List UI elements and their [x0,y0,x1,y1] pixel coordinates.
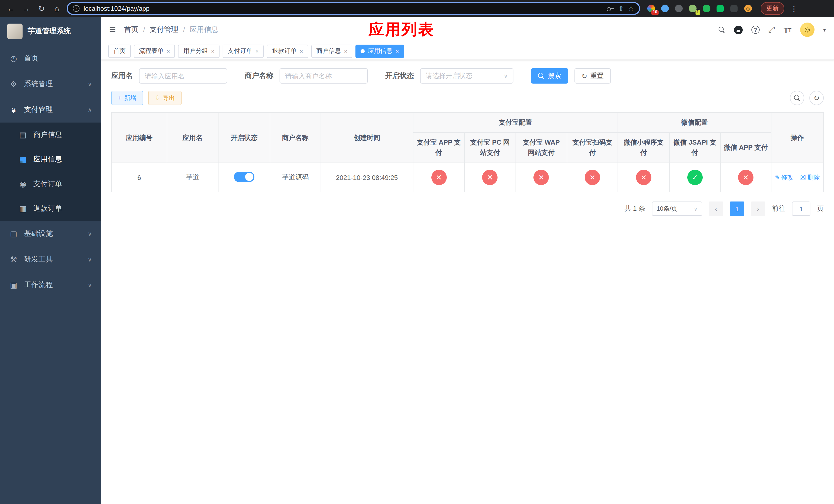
refresh-table-button[interactable]: ↻ [809,91,824,105]
sidebar-item-system[interactable]: ⚙ 系统管理 ∨ [0,71,101,97]
add-button[interactable]: + 新增 [111,91,143,105]
app-name-input[interactable] [139,68,227,84]
tab-home[interactable]: 首页 [108,44,131,58]
avatar-caret-icon[interactable]: ▾ [823,27,826,32]
breadcrumb-separator: / [143,26,145,34]
bookmark-star-icon[interactable]: ☆ [628,5,634,12]
github-icon[interactable] [734,25,743,34]
app-grid-icon: ▦ [19,155,27,164]
col-alipay-app: 支付宝 APP 支付 [413,133,464,163]
reset-button[interactable]: ↻ 重置 [574,68,611,84]
edit-link[interactable]: ✎修改 [775,173,793,182]
extension-colorful-icon[interactable]: 10 [646,4,656,13]
user-avatar[interactable]: ☺ [800,23,814,37]
prev-page-button[interactable]: ‹ [709,202,723,216]
extension-blue-icon[interactable] [660,4,670,13]
next-page-button[interactable]: › [751,202,765,216]
col-app-name: 应用名 [167,113,218,163]
extension-avatar-icon[interactable]: 1 [688,4,697,13]
sidebar-item-dev-tools[interactable]: ⚒ 研发工具 ∨ [0,247,101,272]
status-select[interactable]: 请选择开启状态 ∨ [420,68,513,84]
share-icon[interactable]: ⇧ [618,5,624,12]
show-search-button[interactable] [790,91,804,105]
tab-pay-order[interactable]: 支付订单× [223,44,264,58]
tab-user-group[interactable]: 用户分组× [178,44,220,58]
col-app-id: 应用编号 [112,113,167,163]
tab-merchant-info[interactable]: 商户信息× [311,44,353,58]
close-icon[interactable]: × [211,48,214,54]
sidebar-item-infrastructure[interactable]: ▢ 基础设施 ∨ [0,221,101,247]
breadcrumb-home[interactable]: 首页 [124,25,138,35]
main-area: ≡ 首页 / 支付管理 / 应用信息 应用列表 ? ⤢ TT ☺ ▾ [101,17,834,504]
sidebar-collapse-icon[interactable]: ≡ [109,24,116,36]
fullscreen-icon[interactable]: ⤢ [768,25,775,35]
sidebar-item-pay-order[interactable]: ◉ 支付订单 [0,172,101,197]
back-icon[interactable]: ← [5,3,16,14]
extension-gray-icon[interactable] [674,4,683,13]
alipay-qr-status-icon [585,170,600,185]
cell-wx-jsapi [670,163,720,192]
help-icon[interactable]: ? [751,26,760,34]
page-size-select[interactable]: 10条/页 ∨ [652,202,702,216]
search-icon[interactable] [719,26,725,33]
sidebar-item-app-info[interactable]: ▦ 应用信息 [0,147,101,172]
breadcrumb-separator: / [183,26,185,34]
breadcrumb-pay[interactable]: 支付管理 [150,25,178,35]
workflow-icon: ▣ [9,280,18,290]
reload-icon[interactable]: ↻ [36,3,47,14]
chevron-down-icon: ∨ [88,230,92,237]
extension-badge: 1 [695,9,700,15]
cell-actions: ✎修改 ⌧删除 [771,163,824,192]
cell-wx-lite [618,163,670,192]
goto-page-input[interactable] [792,202,810,216]
sidebar: 芋道管理系统 ◷ 首页 ⚙ 系统管理 ∨ ¥ 支付管理 ∧ ▤ 商户信息 [0,17,101,504]
page-number-1[interactable]: 1 [730,202,744,216]
sidebar-item-merchant-info[interactable]: ▤ 商户信息 [0,122,101,147]
extension-badge: 10 [652,9,659,15]
sidebar-item-workflow[interactable]: ▣ 工作流程 ∨ [0,272,101,298]
forward-icon[interactable]: → [21,3,32,14]
total-count: 共 1 条 [624,204,645,213]
password-key-icon[interactable] [607,6,614,11]
page-info-icon[interactable]: i [73,5,80,12]
close-icon[interactable]: × [300,48,303,54]
sidebar-item-label: 支付订单 [33,180,62,189]
chevron-down-icon: ∨ [88,256,92,263]
merchant-card-icon: ▤ [19,130,27,139]
extension-wechat-devtools-icon[interactable] [716,4,725,13]
chrome-update-button[interactable]: 更新 [761,2,784,15]
close-icon[interactable]: × [395,48,399,54]
close-icon[interactable]: × [167,48,170,54]
col-status: 开启状态 [218,113,270,163]
tab-app-info[interactable]: 应用信息× [355,44,404,58]
tab-process-form[interactable]: 流程表单× [134,44,175,58]
enabled-toggle[interactable] [234,172,255,182]
extension-green-circle-icon[interactable] [702,4,711,13]
tools-icon: ⚒ [9,255,18,264]
close-icon[interactable]: × [344,48,348,54]
address-bar[interactable]: i localhost:1024/pay/app ⇧ ☆ [67,2,640,15]
home-icon[interactable]: ⌂ [51,3,63,14]
tab-refund-order[interactable]: 退款订单× [267,44,308,58]
alipay-app-status-icon [431,170,446,185]
font-size-icon[interactable]: TT [784,25,791,34]
delete-link[interactable]: ⌧删除 [799,173,820,182]
sidebar-logo[interactable]: 芋道管理系统 [0,17,101,46]
sidebar-item-label: 系统管理 [24,79,53,89]
sidebar-item-payment[interactable]: ¥ 支付管理 ∧ [0,97,101,122]
sidebar-item-label: 研发工具 [24,255,53,264]
extensions-area: 10 1 ☺ [646,4,752,13]
search-button[interactable]: 搜索 [531,68,568,84]
browser-menu-icon[interactable]: ⋮ [790,4,797,13]
sidebar-item-label: 基础设施 [24,229,53,238]
profile-avatar-icon[interactable]: ☺ [743,4,752,13]
sidebar-item-refund-order[interactable]: ▥ 退款订单 [0,197,101,221]
filter-form: 应用名 商户名称 开启状态 请选择开启状态 ∨ 搜索 [111,68,824,84]
extensions-puzzle-icon[interactable] [729,4,739,13]
infrastructure-icon: ▢ [9,229,18,238]
sidebar-item-home[interactable]: ◷ 首页 [0,46,101,71]
merchant-name-input[interactable] [280,68,368,84]
status-select-placeholder: 请选择开启状态 [426,71,473,81]
close-icon[interactable]: × [256,48,259,54]
export-button[interactable]: ⇩ 导出 [148,91,181,105]
